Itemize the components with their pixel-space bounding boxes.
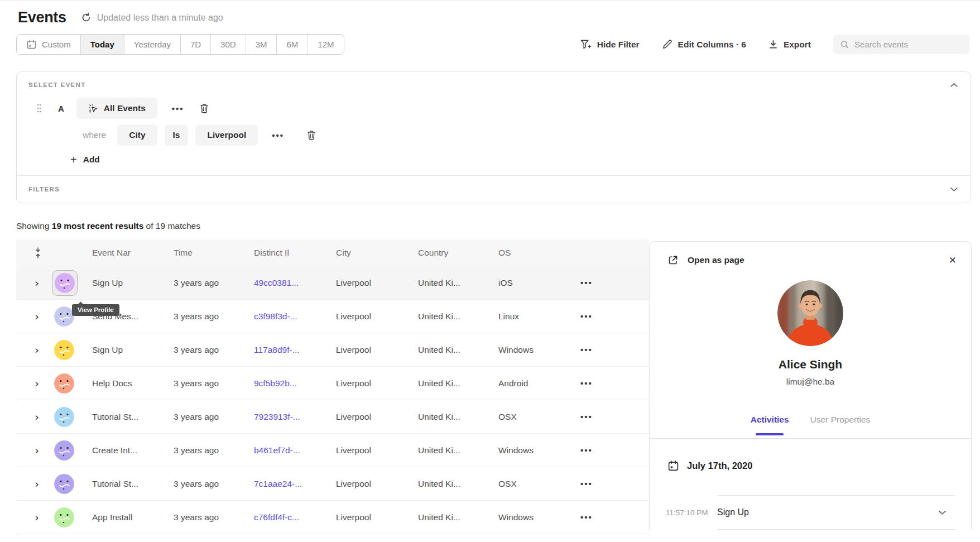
row-more-icon[interactable]: •••	[580, 512, 593, 522]
row-more-icon[interactable]: •••	[580, 378, 593, 388]
date-range-label: Custom	[42, 40, 71, 49]
filter-operator-label: Is	[173, 130, 180, 140]
row-more-icon[interactable]: •••	[580, 278, 593, 287]
table-row[interactable]: › Help Docs 3 years ago 9cf5b92b... Live…	[16, 367, 649, 400]
date-range-today[interactable]: Today	[80, 35, 124, 54]
delete-filter-icon[interactable]	[307, 130, 316, 140]
calendar-icon	[26, 39, 37, 50]
event-selector-label: All Events	[104, 103, 146, 113]
row-more-icon[interactable]: •••	[580, 412, 593, 421]
search-input[interactable]	[854, 40, 962, 49]
open-as-page-icon[interactable]	[667, 255, 679, 266]
distinct-id-link[interactable]: c3f98f3d-...	[254, 311, 297, 321]
city-cell: Liverpool	[336, 512, 418, 522]
column-header-os[interactable]: OS	[498, 248, 565, 258]
column-header-time[interactable]: Time	[174, 248, 254, 258]
expand-row-icon[interactable]: ›	[35, 277, 39, 289]
export-button[interactable]: Export	[768, 40, 811, 50]
filter-more-icon[interactable]: •••	[272, 131, 284, 140]
country-cell: United Ki...	[418, 278, 498, 288]
refresh-button[interactable]	[81, 12, 92, 23]
distinct-id-link[interactable]: 7c1aae24-...	[254, 479, 302, 488]
time-cell: 3 years ago	[174, 412, 254, 422]
tab-user-properties[interactable]: User Properties	[810, 415, 871, 438]
results-prefix: Showing	[16, 221, 52, 231]
expand-filters-icon[interactable]	[950, 187, 958, 192]
tab-activities[interactable]: Activities	[751, 415, 789, 438]
date-range-30d[interactable]: 30D	[210, 35, 246, 54]
user-avatar[interactable]	[54, 474, 74, 494]
delete-event-icon[interactable]	[200, 103, 209, 113]
date-range-label: Today	[90, 40, 114, 49]
expand-row-icon[interactable]: ›	[35, 445, 39, 456]
filter-property-pill[interactable]: City	[117, 124, 157, 146]
column-header-event-name[interactable]: Event Nar	[92, 248, 174, 258]
os-cell: Windows	[498, 345, 565, 355]
distinct-id-link[interactable]: 49cc0381...	[254, 278, 299, 287]
results-summary: Showing 19 most recent results of 19 mat…	[16, 221, 980, 231]
event-selector-pill[interactable]: All Events	[76, 98, 157, 119]
distinct-id-link[interactable]: b461ef7d-...	[254, 445, 300, 455]
user-avatar[interactable]	[54, 440, 74, 461]
user-avatar[interactable]	[54, 373, 74, 394]
os-cell: Linux	[498, 311, 565, 322]
column-header-country[interactable]: Country	[418, 248, 498, 258]
date-range-7d[interactable]: 7D	[180, 35, 210, 54]
edit-columns-button[interactable]: Edit Columns · 6	[662, 39, 746, 50]
distinct-id-link[interactable]: 117a8d9f-...	[254, 345, 300, 354]
user-avatar[interactable]	[55, 273, 75, 293]
filter-value-pill[interactable]: Liverpool	[195, 124, 258, 146]
column-header-distinct-id[interactable]: Distinct Il	[254, 248, 336, 258]
date-range-6m[interactable]: 6M	[276, 35, 308, 54]
user-avatar[interactable]	[54, 507, 74, 527]
view-profile-tooltip: View Profile	[72, 304, 119, 316]
row-more-icon[interactable]: •••	[580, 445, 593, 455]
results-highlight: 19 most recent results	[52, 221, 144, 231]
expand-row-icon[interactable]: ›	[35, 344, 39, 356]
date-range-custom[interactable]: Custom	[17, 35, 80, 54]
date-range-selector: Custom Today Yesterday 7D 30D 3M 6M 12M	[16, 34, 344, 55]
expand-row-icon[interactable]: ›	[35, 378, 39, 389]
activity-event-row[interactable]: Sign Up	[717, 495, 955, 530]
table-row[interactable]: › Create Int... 3 years ago b461ef7d-...…	[16, 434, 649, 467]
row-more-icon[interactable]: •••	[580, 311, 593, 321]
profile-photo	[777, 280, 843, 346]
column-header-city[interactable]: City	[336, 248, 418, 258]
collapse-section-icon[interactable]	[950, 83, 958, 88]
calendar-icon	[667, 460, 679, 472]
event-more-icon[interactable]: •••	[172, 104, 184, 113]
event-name-cell: Help Docs	[92, 378, 174, 388]
table-row[interactable]: › Tutorial St... 3 years ago 7c1aae24-..…	[16, 467, 649, 501]
date-range-12m[interactable]: 12M	[308, 35, 343, 54]
expand-row-icon[interactable]: ›	[35, 311, 39, 322]
table-row[interactable]: › Sign Up 3 years ago 117a8d9f-... Liver…	[16, 333, 649, 367]
close-panel-icon[interactable]: ✕	[949, 256, 957, 265]
expand-row-icon[interactable]: ›	[35, 478, 39, 490]
row-more-icon[interactable]: •••	[580, 345, 593, 354]
expand-row-icon[interactable]: ›	[35, 512, 39, 523]
user-avatar[interactable]	[54, 407, 74, 427]
table-row[interactable]: › Tutorial St... 3 years ago 7923913f-..…	[16, 400, 649, 434]
hide-filter-button[interactable]: Hide Filter	[580, 39, 640, 50]
row-more-icon[interactable]: •••	[580, 479, 593, 488]
filters-section-header[interactable]: FILTERS	[17, 176, 971, 203]
collapse-rows-icon[interactable]	[35, 247, 41, 258]
distinct-id-link[interactable]: c76fdf4f-c...	[254, 512, 299, 522]
date-range-label: 30D	[220, 40, 236, 49]
open-as-page-label[interactable]: Open as page	[688, 255, 744, 265]
date-range-yesterday[interactable]: Yesterday	[124, 35, 180, 54]
expand-row-icon[interactable]: ›	[35, 411, 39, 423]
distinct-id-link[interactable]: 9cf5b92b...	[254, 378, 297, 388]
filter-operator-pill[interactable]: Is	[165, 124, 189, 146]
distinct-id-link[interactable]: 7923913f-...	[254, 412, 300, 421]
user-avatar[interactable]	[54, 306, 74, 327]
table-row[interactable]: › Sign Up 3 years ago 49cc0381... Liverp…	[16, 266, 649, 300]
user-avatar[interactable]	[54, 340, 74, 360]
drag-handle-icon[interactable]	[37, 104, 41, 113]
table-row[interactable]: › App Install 3 years ago c76fdf4f-c... …	[16, 501, 649, 534]
add-event-button[interactable]: + Add	[70, 154, 971, 165]
date-range-3m[interactable]: 3M	[246, 35, 277, 54]
date-range-label: 3M	[256, 40, 267, 49]
country-cell: United Ki...	[418, 445, 498, 455]
avatar-hover-frame[interactable]	[52, 270, 78, 296]
